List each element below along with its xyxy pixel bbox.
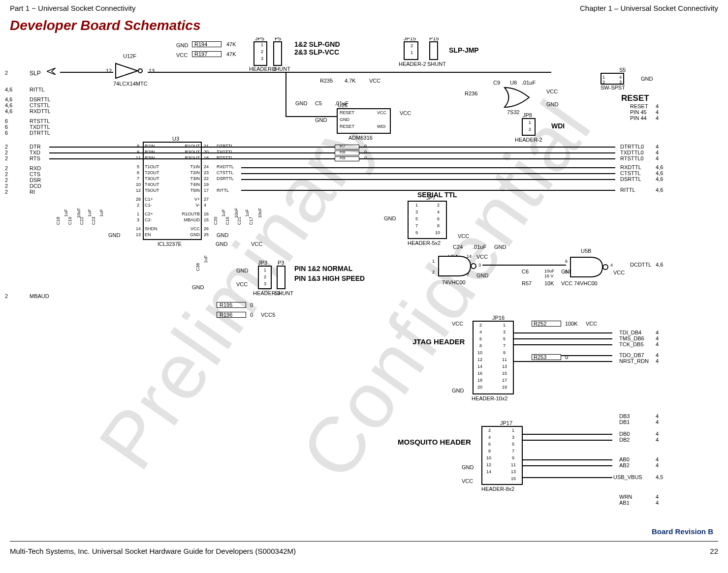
u3-gnd-in: GND xyxy=(108,232,120,238)
u3-r0n: 21 xyxy=(204,144,209,149)
mab0s: 4 xyxy=(656,456,659,462)
p5-shunt: SHUNT xyxy=(272,66,290,72)
r57v: 10K xyxy=(544,280,554,286)
jtn1: TMS_DB6 xyxy=(619,335,644,341)
u3-l11n: 3 xyxy=(137,217,139,222)
jtn0s: 4 xyxy=(656,330,659,335)
rnm0: DTRTTL0 xyxy=(620,144,644,150)
rnm22: DSRTTL xyxy=(620,176,641,182)
jp3-note1: PIN 1&2 NORMAL xyxy=(294,265,352,272)
u3-r1n: 20 xyxy=(204,150,209,154)
sheet-rittl: 4,6 xyxy=(5,87,12,92)
u3-r7n: 17 xyxy=(204,188,209,193)
p5-box xyxy=(273,41,282,66)
jp8-2: 2 xyxy=(529,127,531,132)
r9v: 0 xyxy=(364,155,367,160)
u3-part: ICL3237E xyxy=(158,241,182,247)
slp-gnd: GND xyxy=(176,42,188,48)
ml5: 12 xyxy=(486,462,491,467)
c24v: .01uF xyxy=(473,244,486,250)
footer-left: Multi-Tech Systems, Inc. Universal Socke… xyxy=(10,547,296,555)
ml2: 6 xyxy=(488,442,491,447)
u3-r1: R2OUT xyxy=(178,150,200,154)
c6: C6 xyxy=(522,269,529,274)
jp3-2: 2 xyxy=(264,274,266,279)
u5b-sheet: 4,6 xyxy=(656,262,663,268)
u3-gnd-caps: GND xyxy=(216,241,227,247)
s-g1-1: 4,6 xyxy=(5,102,12,108)
u5b-ref: U5B xyxy=(581,248,591,254)
u26-wdi: WDI xyxy=(377,124,386,129)
jp7-box xyxy=(408,201,447,239)
u3-gndr: GND xyxy=(217,232,228,238)
u12f-pin12: 12 xyxy=(106,68,112,74)
jtn4: NRST_RDN xyxy=(619,358,649,364)
p-2: 2 xyxy=(261,49,263,54)
jl9: 20 xyxy=(477,385,482,390)
u3-l9n: 2 xyxy=(137,203,139,208)
mr7: 15 xyxy=(511,476,516,481)
jp7: JP7 xyxy=(426,195,436,201)
s5: S5 xyxy=(619,67,626,73)
jl0: 2 xyxy=(479,323,482,328)
s-g2-1: 6 xyxy=(5,124,8,130)
u3-l1: R2IN xyxy=(145,150,155,154)
musbs: 4,5 xyxy=(656,474,663,480)
u26-gnd: GND xyxy=(340,117,349,122)
slp-jmp-label: SLP-JMP xyxy=(449,46,479,54)
u3-r10n: 16 xyxy=(204,211,209,216)
p6: 6 xyxy=(437,216,440,221)
mnm0: DB0 xyxy=(619,431,630,437)
mosquito-label: MOSQUITO HEADER xyxy=(398,438,471,446)
jtn2s: 4 xyxy=(656,341,659,347)
u3-l4n: 6 xyxy=(137,170,139,175)
ml3: 8 xyxy=(488,449,491,453)
u3-r6: T4IN xyxy=(183,182,200,187)
n-g4-0: RXD xyxy=(30,165,41,171)
c23: C23 xyxy=(91,217,96,225)
p10: 10 xyxy=(435,230,440,235)
rnm20s: 4,6 xyxy=(656,164,663,170)
p3: 3 xyxy=(415,210,418,214)
u3-r8n: 27 xyxy=(204,197,209,202)
u5b-4: 4 xyxy=(610,263,613,268)
u26-gnd2: GND xyxy=(295,100,307,106)
u3-l11: C2- xyxy=(145,217,152,222)
c6v2: 16 V xyxy=(544,273,554,278)
jp5-box xyxy=(253,41,267,66)
header-right: Chapter 1 – Universal Socket Connectivit… xyxy=(580,4,718,12)
u3-l0n: 8 xyxy=(137,144,139,149)
c5v: .01uF xyxy=(335,100,348,106)
p5: P5 xyxy=(275,37,281,41)
u3-r0net: DTRTTL xyxy=(217,144,233,149)
rnm1s: 4 xyxy=(656,150,659,155)
footer-rule xyxy=(10,541,718,542)
u5a-gnd: GND xyxy=(494,244,506,250)
nand-gate-icon xyxy=(568,255,612,281)
u3-r13: GND xyxy=(187,232,200,237)
s-g3-0: 2 xyxy=(5,144,8,150)
u5b-part: 74VHC00 xyxy=(574,280,598,286)
jl7: 16 xyxy=(477,371,482,376)
schematic: Preliminary Confidential 2 SLP U12F 12 1… xyxy=(0,37,728,529)
c21v: 1uF xyxy=(245,209,250,217)
u3-r5: T3IN xyxy=(183,176,200,181)
u5b-vcc: VCC xyxy=(613,270,625,275)
r194: R194 xyxy=(194,41,207,47)
u3-l10: C2+ xyxy=(145,211,153,216)
mr2: 5 xyxy=(512,442,514,447)
jp7-gnd: GND xyxy=(384,215,396,221)
u3-r12: VCC xyxy=(187,226,200,231)
p15-box xyxy=(429,41,438,60)
n-g2-1: TXDTTL xyxy=(30,124,50,130)
u26-reset: RESET xyxy=(340,110,354,115)
u3-l2n: 11 xyxy=(136,155,141,160)
u3-l3: T1OUT xyxy=(145,164,159,169)
c19: C19 xyxy=(67,217,72,225)
jtn4s: 4 xyxy=(656,358,659,364)
u3-l5: T3OUT xyxy=(145,176,159,181)
mn0: DB3 xyxy=(619,413,630,419)
n-g3-2: RTS xyxy=(30,155,40,161)
s-g4-0: 2 xyxy=(5,165,8,171)
mr5: 11 xyxy=(511,462,516,467)
